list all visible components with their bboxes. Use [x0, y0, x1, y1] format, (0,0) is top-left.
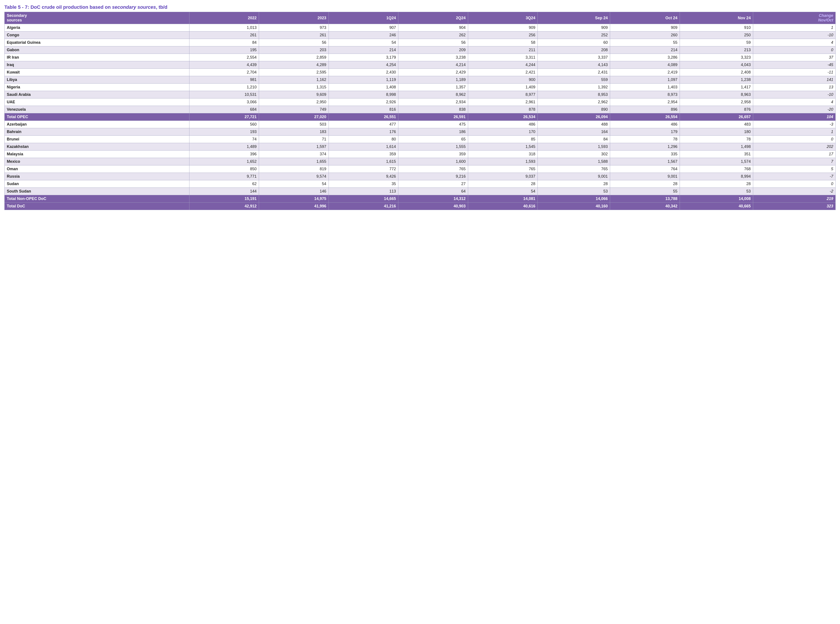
- cell-value: 477: [329, 121, 398, 128]
- cell-value: 335: [610, 151, 680, 158]
- table-row: Sudan62543527282828280: [5, 180, 835, 188]
- cell-value: 1,614: [329, 143, 398, 151]
- cell-value: 2,704: [189, 69, 259, 76]
- cell-value: 8,962: [398, 91, 468, 99]
- cell-value: 203: [259, 46, 329, 54]
- cell-country: IR Iran: [5, 54, 190, 61]
- cell-value: 396: [189, 151, 259, 158]
- cell-value: 2,408: [679, 69, 753, 76]
- cell-value: 1,189: [398, 76, 468, 83]
- cell-value: 54: [259, 180, 329, 188]
- cell-change: 141: [753, 76, 835, 83]
- cell-value: 910: [679, 24, 753, 31]
- cell-value: 1,210: [189, 83, 259, 91]
- cell-value: 1,238: [679, 76, 753, 83]
- cell-value: 84: [538, 136, 610, 143]
- table-row: Kazakhstan1,4891,5971,6141,5551,5451,593…: [5, 143, 835, 151]
- cell-value: 42,912: [189, 202, 259, 210]
- table-row: Kuwait2,7042,5952,4302,4292,4212,4312,41…: [5, 69, 835, 76]
- table-row: Venezuela684749816838878890896876-20: [5, 106, 835, 113]
- cell-value: 3,337: [538, 54, 610, 61]
- cell-value: 3,179: [329, 54, 398, 61]
- cell-value: 28: [468, 180, 538, 188]
- cell-country: Sudan: [5, 180, 190, 188]
- header-col-oct24: Oct 24: [610, 12, 680, 24]
- header-col-change: Change Nov/Oct: [753, 12, 835, 24]
- table-row: Libya9811,1621,1191,1899005591,0971,2381…: [5, 76, 835, 83]
- cell-change: -10: [753, 91, 835, 99]
- cell-value: 560: [189, 121, 259, 128]
- cell-value: 1,097: [610, 76, 680, 83]
- cell-value: 3,286: [610, 54, 680, 61]
- cell-value: 2,954: [610, 99, 680, 106]
- cell-value: 1,489: [189, 143, 259, 151]
- cell-value: 180: [679, 128, 753, 136]
- cell-value: 14,066: [538, 195, 610, 202]
- cell-value: 318: [468, 151, 538, 158]
- cell-value: 1,615: [329, 158, 398, 165]
- cell-country: Iraq: [5, 61, 190, 69]
- cell-value: 1,498: [679, 143, 753, 151]
- header-col-nov24: Nov 24: [679, 12, 753, 24]
- cell-value: 84: [189, 39, 259, 46]
- cell-value: 56: [398, 39, 468, 46]
- cell-value: 486: [468, 121, 538, 128]
- cell-value: 250: [679, 31, 753, 39]
- cell-value: 78: [679, 136, 753, 143]
- cell-value: 58: [468, 39, 538, 46]
- cell-value: 838: [398, 106, 468, 113]
- cell-value: 211: [468, 46, 538, 54]
- table-row: Oman8508197727657657657647685: [5, 165, 835, 173]
- cell-value: 164: [538, 128, 610, 136]
- cell-value: 2,429: [398, 69, 468, 76]
- cell-change: -3: [753, 121, 835, 128]
- cell-value: 4,143: [538, 61, 610, 69]
- cell-value: 8,953: [538, 91, 610, 99]
- cell-value: 2,934: [398, 99, 468, 106]
- cell-country: Total OPEC: [5, 113, 190, 121]
- cell-value: 1,655: [259, 158, 329, 165]
- cell-value: 9,426: [329, 173, 398, 180]
- cell-value: 26,534: [468, 113, 538, 121]
- cell-value: 772: [329, 165, 398, 173]
- cell-value: 26,551: [329, 113, 398, 121]
- cell-value: 208: [538, 46, 610, 54]
- cell-value: 1,392: [538, 83, 610, 91]
- cell-value: 2,421: [468, 69, 538, 76]
- cell-value: 2,595: [259, 69, 329, 76]
- cell-change: 37: [753, 54, 835, 61]
- cell-value: 475: [398, 121, 468, 128]
- cell-value: 186: [398, 128, 468, 136]
- cell-change: -45: [753, 61, 835, 69]
- cell-value: 214: [610, 46, 680, 54]
- cell-country: Nigeria: [5, 83, 190, 91]
- cell-country: Russia: [5, 173, 190, 180]
- cell-value: 2,926: [329, 99, 398, 106]
- cell-value: 1,417: [679, 83, 753, 91]
- cell-value: 9,771: [189, 173, 259, 180]
- cell-value: 213: [679, 46, 753, 54]
- table-row: Saudi Arabia10,5319,6098,9988,9628,9778,…: [5, 91, 835, 99]
- cell-value: 4,089: [610, 61, 680, 69]
- cell-value: 684: [189, 106, 259, 113]
- cell-value: 9,574: [259, 173, 329, 180]
- table-row: Brunei74718065858478780: [5, 136, 835, 143]
- cell-value: 26,657: [679, 113, 753, 121]
- cell-value: 764: [610, 165, 680, 173]
- cell-value: 2,950: [259, 99, 329, 106]
- table-row: Malaysia39637435935931830233535117: [5, 151, 835, 158]
- table-row: Azerbaijan560503477475486488486483-3: [5, 121, 835, 128]
- cell-value: 2,961: [468, 99, 538, 106]
- cell-value: 765: [398, 165, 468, 173]
- cell-change: 5: [753, 165, 835, 173]
- cell-value: 2,958: [679, 99, 753, 106]
- cell-value: 209: [398, 46, 468, 54]
- table-row: Equatorial Guinea84565456586055594: [5, 39, 835, 46]
- cell-country: South Sudan: [5, 188, 190, 195]
- cell-value: 973: [259, 24, 329, 31]
- cell-value: 2,419: [610, 69, 680, 76]
- table-row: Mexico1,6521,6551,6151,6001,5931,5881,56…: [5, 158, 835, 165]
- cell-value: 1,555: [398, 143, 468, 151]
- cell-value: 193: [189, 128, 259, 136]
- cell-value: 3,323: [679, 54, 753, 61]
